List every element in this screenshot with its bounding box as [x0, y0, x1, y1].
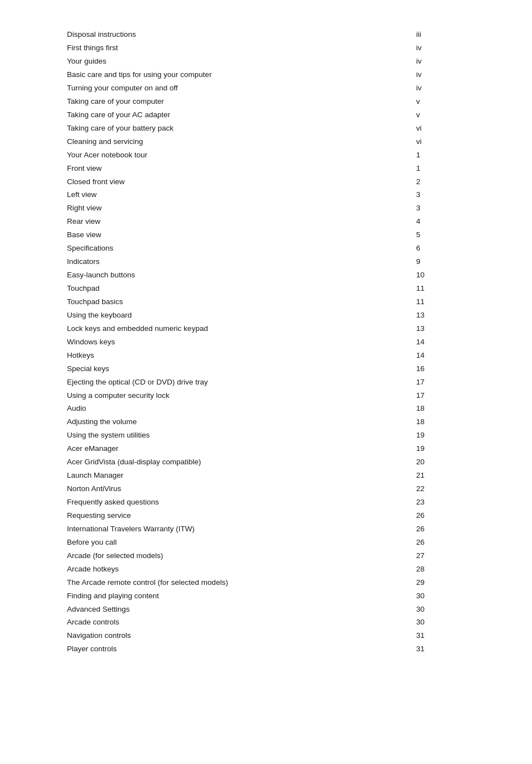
toc-row: Adjusting the volume18	[67, 415, 446, 429]
toc-entry-label: Easy-launch buttons	[67, 268, 410, 282]
toc-row: Navigation controls31	[67, 629, 446, 642]
toc-entry-label: Adjusting the volume	[67, 415, 410, 429]
toc-entry-label: Your guides	[67, 55, 410, 68]
toc-page-number: iv	[410, 41, 446, 55]
toc-entry-label: Arcade hotkeys	[67, 563, 410, 576]
toc-entry-label: Audio	[67, 402, 410, 415]
toc-row: Windows keys14	[67, 335, 446, 349]
toc-page-number: 6	[410, 242, 446, 255]
toc-page-number: 10	[410, 268, 446, 282]
toc-entry-label: Arcade (for selected models)	[67, 549, 410, 563]
toc-entry-label: Indicators	[67, 255, 410, 268]
toc-page-number: 29	[410, 575, 446, 589]
toc-row: Finding and playing content30	[67, 589, 446, 602]
toc-page-number: 11	[410, 282, 446, 295]
toc-entry-label: Specifications	[67, 242, 410, 255]
toc-page-number: 26	[410, 536, 446, 549]
toc-entry-label: Cleaning and servicing	[67, 135, 410, 148]
toc-entry-label: Requesting service	[67, 509, 410, 522]
toc-row: Player controls31	[67, 642, 446, 656]
toc-page-number: 26	[410, 522, 446, 536]
toc-entry-label: Left view	[67, 188, 410, 201]
toc-page-number: 13	[410, 309, 446, 322]
toc-page-number: 9	[410, 255, 446, 268]
toc-row: Taking care of your computerv	[67, 95, 446, 108]
toc-entry-label: Advanced Settings	[67, 602, 410, 616]
toc-row: Touchpad11	[67, 282, 446, 295]
toc-row: Audio18	[67, 402, 446, 415]
toc-row: Requesting service26	[67, 509, 446, 522]
toc-page-number: 27	[410, 549, 446, 563]
toc-page-number: vi	[410, 135, 446, 148]
toc-entry-label: Player controls	[67, 642, 410, 656]
toc-page-number: 3	[410, 201, 446, 215]
toc-entry-label: Special keys	[67, 362, 410, 375]
toc-entry-label: Base view	[67, 228, 410, 242]
toc-entry-label: Your Acer notebook tour	[67, 148, 410, 161]
toc-row: First things firstiv	[67, 41, 446, 55]
toc-entry-label: First things first	[67, 41, 410, 55]
toc-row: Arcade (for selected models)27	[67, 549, 446, 563]
toc-entry-label: Touchpad basics	[67, 295, 410, 309]
toc-row: Touchpad basics11	[67, 295, 446, 309]
toc-page-number: 14	[410, 335, 446, 349]
toc-row: Front view1	[67, 161, 446, 175]
toc-entry-label: Frequently asked questions	[67, 496, 410, 509]
page-container: Disposal instructionsiiiFirst things fir…	[0, 0, 532, 764]
toc-page-number: 19	[410, 429, 446, 442]
toc-row: Easy-launch buttons10	[67, 268, 446, 282]
toc-page-number: iv	[410, 55, 446, 68]
toc-entry-label: Navigation controls	[67, 629, 410, 642]
toc-entry-label: Ejecting the optical (CD or DVD) drive t…	[67, 375, 410, 388]
toc-entry-label: Norton AntiVirus	[67, 482, 410, 496]
toc-entry-label: Finding and playing content	[67, 589, 410, 602]
toc-page-number: vi	[410, 122, 446, 135]
toc-row: Hotkeys14	[67, 349, 446, 362]
toc-row: Ejecting the optical (CD or DVD) drive t…	[67, 375, 446, 388]
toc-entry-label: Before you call	[67, 536, 410, 549]
toc-row: Taking care of your battery packvi	[67, 122, 446, 135]
toc-row: Right view3	[67, 201, 446, 215]
toc-row: Your guidesiv	[67, 55, 446, 68]
toc-row: Specifications6	[67, 242, 446, 255]
toc-page-number: 23	[410, 496, 446, 509]
toc-row: Your Acer notebook tour1	[67, 148, 446, 161]
toc-page-number: 26	[410, 509, 446, 522]
toc-row: Using a computer security lock17	[67, 388, 446, 402]
toc-page-number: v	[410, 108, 446, 122]
toc-entry-label: Disposal instructions	[67, 28, 410, 41]
toc-entry-label: Front view	[67, 161, 410, 175]
toc-row: International Travelers Warranty (ITW)26	[67, 522, 446, 536]
toc-row: Closed front view2	[67, 175, 446, 188]
toc-entry-label: Lock keys and embedded numeric keypad	[67, 322, 410, 335]
toc-page-number: 20	[410, 455, 446, 469]
toc-entry-label: Using the keyboard	[67, 309, 410, 322]
toc-page-number: 5	[410, 228, 446, 242]
toc-row: Taking care of your AC adapterv	[67, 108, 446, 122]
toc-table: Disposal instructionsiiiFirst things fir…	[67, 28, 446, 656]
toc-entry-label: Closed front view	[67, 175, 410, 188]
toc-page-number: 3	[410, 188, 446, 201]
toc-row: Cleaning and servicingvi	[67, 135, 446, 148]
toc-row: Frequently asked questions23	[67, 496, 446, 509]
toc-entry-label: Arcade controls	[67, 616, 410, 629]
toc-page-number: 1	[410, 161, 446, 175]
toc-page-number: 17	[410, 388, 446, 402]
toc-page-number: v	[410, 95, 446, 108]
toc-entry-label: Acer eManager	[67, 442, 410, 455]
toc-entry-label: Acer GridVista (dual-display compatible)	[67, 455, 410, 469]
toc-row: Disposal instructionsiii	[67, 28, 446, 41]
toc-page-number: 11	[410, 295, 446, 309]
toc-entry-label: Touchpad	[67, 282, 410, 295]
toc-page-number: iv	[410, 81, 446, 95]
toc-entry-label: The Arcade remote control (for selected …	[67, 575, 410, 589]
toc-row: Indicators9	[67, 255, 446, 268]
toc-row: Lock keys and embedded numeric keypad13	[67, 322, 446, 335]
toc-entry-label: Using the system utilities	[67, 429, 410, 442]
toc-entry-label: Rear view	[67, 215, 410, 228]
toc-page-number: 18	[410, 415, 446, 429]
toc-row: Special keys16	[67, 362, 446, 375]
toc-row: Advanced Settings30	[67, 602, 446, 616]
toc-entry-label: Basic care and tips for using your compu…	[67, 68, 410, 81]
toc-page-number: 19	[410, 442, 446, 455]
